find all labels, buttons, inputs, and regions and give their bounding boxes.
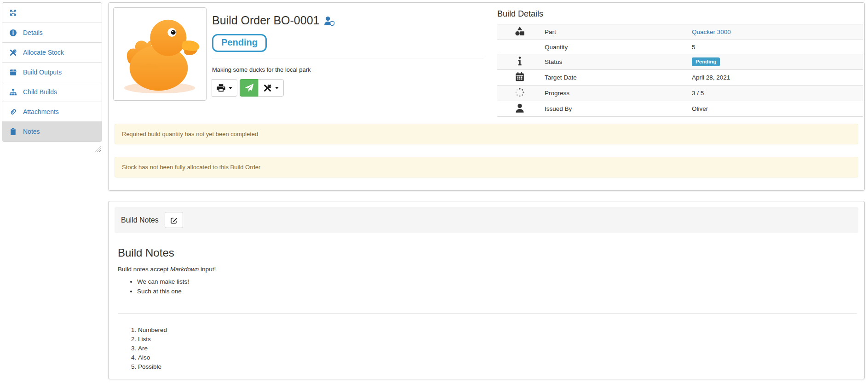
printer-icon xyxy=(217,84,225,92)
pencil-square-icon xyxy=(170,217,178,224)
table-row: Issued By Oliver xyxy=(497,101,863,117)
notes-numbered-list: Numbered Lists Are Also Possible xyxy=(118,326,857,372)
list-item: Numbered xyxy=(138,326,857,335)
notes-content: Build Notes Build notes accept Markdown … xyxy=(118,246,857,372)
info-circle-icon xyxy=(9,29,17,37)
spinner-icon xyxy=(502,92,537,99)
list-item: Such at this one xyxy=(137,288,857,295)
tools-icon xyxy=(263,84,272,92)
sidebar-item-label: Build Outputs xyxy=(23,69,62,76)
detail-value: Oliver xyxy=(688,101,863,117)
sidebar-item-attachments[interactable]: Attachments xyxy=(2,102,102,121)
clipboard-icon xyxy=(9,128,17,136)
divider xyxy=(212,58,483,58)
sidebar-item-expand[interactable] xyxy=(2,3,102,23)
part-thumbnail xyxy=(113,7,207,101)
table-row: Status Pending xyxy=(497,54,863,70)
list-item: We can make lists! xyxy=(137,278,857,285)
sidebar-item-notes[interactable]: Notes xyxy=(2,121,102,141)
sidebar-item-label: Child Builds xyxy=(23,88,57,96)
paperclip-icon xyxy=(9,108,17,116)
detail-label: Status xyxy=(541,54,688,70)
detail-label: Progress xyxy=(541,86,688,101)
notes-intro: Build notes accept Markdown input! xyxy=(118,266,857,273)
expand-arrows-icon xyxy=(9,9,17,17)
rubber-duck-image xyxy=(115,10,204,98)
table-row: Quantity 5 xyxy=(497,40,863,54)
build-details-section: Build Details Part Quacker 300 xyxy=(497,9,863,117)
table-row: Part Quacker 3000 xyxy=(497,24,863,40)
sidebar-item-label: Details xyxy=(23,29,43,36)
sitemap-icon xyxy=(9,88,17,96)
info-icon xyxy=(502,61,537,68)
paper-plane-icon xyxy=(245,83,254,92)
calendar-icon xyxy=(502,76,537,83)
sidebar-item-build-outputs[interactable]: Build Outputs xyxy=(2,62,102,82)
status-pill: Pending xyxy=(212,34,267,52)
sidebar: Details Allocate Stock Build Outputs xyxy=(2,2,102,142)
detail-label: Issued By xyxy=(541,101,688,117)
detail-value: 3 / 5 xyxy=(688,86,863,101)
detail-label: Quantity xyxy=(541,40,688,54)
part-link[interactable]: Quacker 3000 xyxy=(692,29,731,35)
table-row: Target Date April 28, 2021 xyxy=(497,70,863,86)
submit-build-button[interactable] xyxy=(240,79,259,97)
sidebar-item-label: Allocate Stock xyxy=(23,49,64,56)
page-title: Build Order BO-0001 xyxy=(212,14,488,27)
sidebar-resize-handle[interactable] xyxy=(95,146,101,152)
detail-label: Target Date xyxy=(541,70,688,86)
build-details-table: Part Quacker 3000 Quantity 5 xyxy=(497,24,863,117)
list-item: Are xyxy=(138,344,857,353)
box-icon xyxy=(9,69,17,76)
sidebar-item-label: Notes xyxy=(23,128,40,135)
notes-bullet-list: We can make lists! Such at this one xyxy=(118,278,857,295)
warning-alert-quantity: Required build quantity has not yet been… xyxy=(115,124,858,144)
build-actions-button[interactable] xyxy=(258,79,284,97)
notes-divider xyxy=(118,313,857,314)
user-icon xyxy=(502,108,537,114)
shapes-icon xyxy=(502,31,537,38)
user-shield-icon xyxy=(324,16,335,26)
build-order-panel: Build Order BO-0001 Pending Making some … xyxy=(108,2,865,191)
list-item: Possible xyxy=(138,362,857,372)
sidebar-item-details[interactable]: Details xyxy=(2,23,102,42)
notes-title: Build Notes xyxy=(118,246,857,259)
print-button[interactable] xyxy=(212,79,237,97)
warning-alert-allocation: Stock has not been fully allocated to th… xyxy=(115,157,858,177)
build-details-heading: Build Details xyxy=(497,9,863,19)
sidebar-item-allocate-stock[interactable]: Allocate Stock xyxy=(2,42,102,62)
caret-down-icon xyxy=(275,87,279,89)
list-item: Lists xyxy=(138,335,857,344)
build-notes-panel: Build Notes Build Notes Build notes acce… xyxy=(108,201,865,379)
edit-notes-button[interactable] xyxy=(165,212,183,228)
status-badge: Pending xyxy=(692,57,720,66)
sidebar-item-child-builds[interactable]: Child Builds xyxy=(2,82,102,102)
tools-icon xyxy=(9,49,17,57)
detail-label: Part xyxy=(541,24,688,40)
detail-value: April 28, 2021 xyxy=(688,70,863,86)
sidebar-item-label: Attachments xyxy=(23,108,59,115)
build-notes-header: Build Notes xyxy=(115,207,858,233)
caret-down-icon xyxy=(229,87,232,89)
build-description: Making some ducks for the local park xyxy=(212,66,488,73)
table-row: Progress 3 / 5 xyxy=(497,86,863,101)
build-notes-header-label: Build Notes xyxy=(121,216,159,224)
detail-value: 5 xyxy=(688,40,863,54)
list-item: Also xyxy=(138,353,857,362)
